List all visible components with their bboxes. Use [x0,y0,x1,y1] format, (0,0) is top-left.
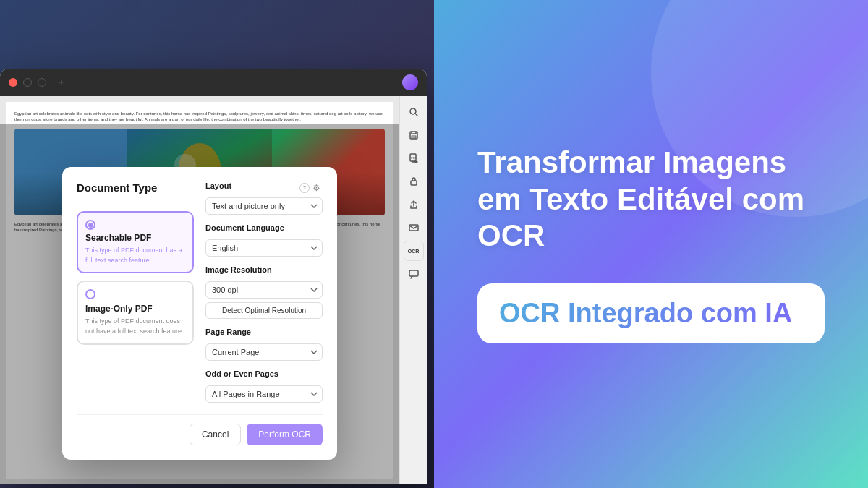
new-tab-button[interactable]: + [58,76,64,89]
page-range-select[interactable]: Current Page [205,343,323,361]
svg-rect-5 [412,136,416,138]
share-icon[interactable] [404,194,424,215]
dialog-main: Document Type Searchable PDF This type o… [77,181,323,403]
svg-rect-8 [411,181,417,185]
searchable-pdf-radio[interactable] [85,220,95,230]
perform-ocr-button[interactable]: Perform OCR [247,424,323,445]
language-select[interactable]: English [205,239,323,257]
lock-icon[interactable] [404,171,424,192]
page-range-group: Page Range Current Page [205,328,323,361]
resolution-label: Image Resolution [205,265,323,274]
email-icon[interactable] [404,218,424,238]
maximize-button[interactable] [38,78,46,87]
layout-label-row: Layout ? ⚙ [205,181,323,194]
detect-resolution-button[interactable]: Detect Optimal Resolution [205,302,323,319]
resolution-group: Image Resolution 300 dpi Detect Optimal … [205,265,323,319]
svg-text:PDF: PDF [411,156,417,160]
minimize-button[interactable] [23,78,32,87]
search-toolbar-icon[interactable] [404,102,424,122]
searchable-pdf-option[interactable]: Searchable PDF This type of PDF document… [77,211,194,273]
searchable-pdf-name: Searchable PDF [85,233,185,243]
page-range-label: Page Range [205,328,323,336]
dialog-actions: Cancel Perform OCR [77,414,323,445]
marketing-title: Transformar Imagens em Texto Editável co… [477,145,825,254]
comment-icon[interactable] [404,264,424,284]
layout-group: Layout ? ⚙ Text and picture only [205,181,323,215]
svg-point-3 [410,108,416,114]
marketing-badge-text: OCR Integrado com IA [499,298,792,328]
title-bar: + [0,69,427,96]
image-only-pdf-desc: This type of PDF document does not have … [85,317,184,335]
save-toolbar-icon[interactable] [404,125,424,145]
layout-select[interactable]: Text and picture only [205,197,323,215]
dialog-left: Document Type Searchable PDF This type o… [77,181,194,403]
marketing-badge: OCR Integrado com IA [477,283,825,343]
cancel-button[interactable]: Cancel [190,424,241,445]
dialog-overlay: Document Type Searchable PDF This type o… [0,124,399,484]
ocr-dialog: Document Type Searchable PDF This type o… [62,167,337,460]
pdf-content: Egyptian art celebrates animals like cat… [0,96,399,484]
svg-rect-9 [409,225,418,231]
odd-even-group: Odd or Even Pages All Pages in Range [205,369,323,403]
dialog-section-right: Layout ? ⚙ Text and picture only [205,181,323,403]
pdf-text-1: Egyptian art celebrates animals like cat… [14,111,385,123]
svg-rect-10 [409,270,418,276]
pdf-export-icon[interactable]: PDF [404,148,424,168]
layout-label: Layout [205,181,231,190]
resolution-select[interactable]: 300 dpi [205,281,323,299]
odd-even-select[interactable]: All Pages in Range [205,385,323,403]
language-label: Document Language [205,223,323,232]
ocr-icon[interactable]: OCR [404,241,424,261]
layout-settings-icon[interactable]: ⚙ [312,183,323,193]
language-group: Document Language English [205,223,323,257]
searchable-pdf-desc: This type of PDF document has a full tex… [85,247,182,264]
image-only-pdf-option[interactable]: Image-Only PDF This type of PDF document… [77,281,194,344]
right-panel: Transformar Imagens em Texto Editável co… [434,0,868,488]
doc-area: Egyptian art celebrates animals like cat… [0,96,427,484]
resolution-row: 300 dpi [205,281,323,299]
image-only-pdf-radio[interactable] [85,289,95,299]
sidebar-toolbar: PDF [399,96,427,484]
layout-help-icon[interactable]: ? [299,183,310,193]
app-window: + Egyptian art celebrates animals like c… [0,69,427,484]
dialog-title: Document Type [77,181,194,194]
close-button[interactable] [9,78,17,87]
avatar [402,74,418,90]
image-only-pdf-name: Image-Only PDF [85,304,185,314]
left-panel: + Egyptian art celebrates animals like c… [0,0,434,488]
odd-even-label: Odd or Even Pages [205,369,323,378]
